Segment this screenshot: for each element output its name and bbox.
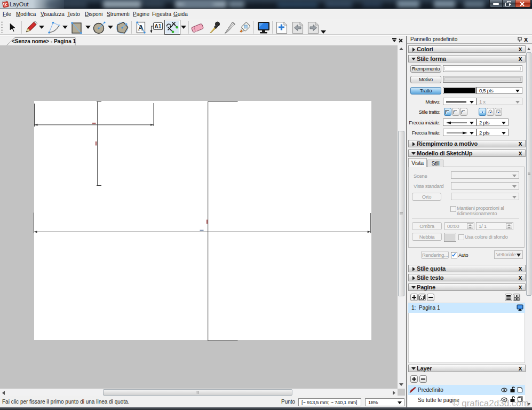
- svg-text:A1: A1: [155, 23, 162, 29]
